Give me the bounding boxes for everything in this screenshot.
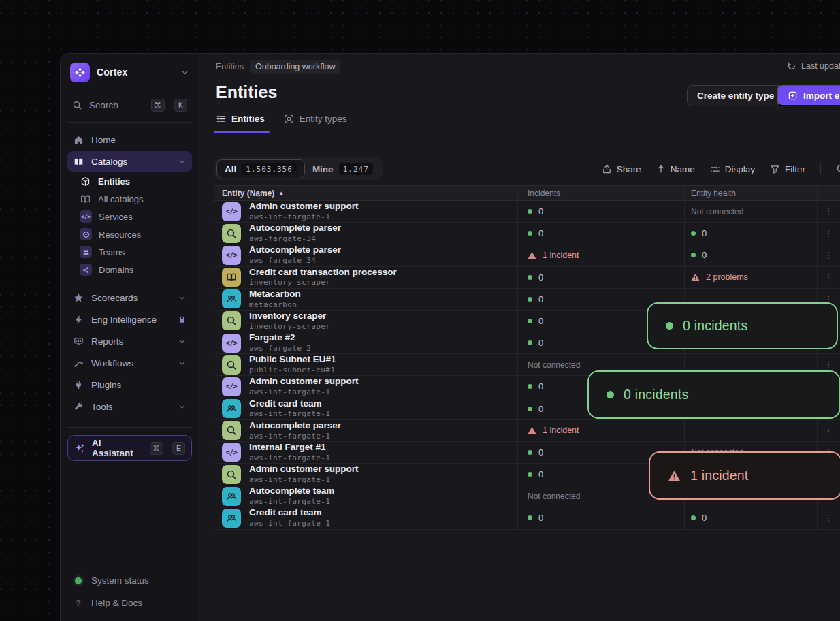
sidebar-item-system-status[interactable]: System status: [67, 569, 192, 592]
sidebar-item-reports[interactable]: Reports: [67, 331, 192, 351]
breadcrumb-onboarding-workflow[interactable]: Onboarding workflow: [250, 60, 340, 74]
column-header-entity-health[interactable]: Entity health: [684, 186, 817, 200]
row-actions-button[interactable]: ⋮: [824, 229, 834, 238]
entity-health-cell: Not connected: [684, 201, 817, 222]
entity-name: Admin customer support: [249, 201, 359, 212]
sidebar-item-all-catalogs[interactable]: All catalogs: [67, 190, 192, 208]
entity-name: Admin customer support: [249, 376, 359, 387]
status-text: 0: [538, 381, 543, 392]
filter-button[interactable]: Filter: [770, 164, 805, 174]
share-label: Share: [617, 164, 641, 174]
sort-name-button[interactable]: Name: [656, 164, 695, 174]
column-header-entity-name[interactable]: Entity (Name) ▲: [214, 189, 517, 198]
home-icon: [73, 135, 84, 145]
row-actions-cell: ⋮: [817, 507, 840, 528]
incident-callout: 0 incidents: [647, 302, 838, 349]
entity-name-cell: Credit card teamaws-int-fargate-1: [214, 507, 517, 528]
status-dot-icon: [75, 577, 82, 584]
table-row[interactable]: Credit card transaction processorinvento…: [214, 267, 840, 289]
search-label: Search: [89, 100, 142, 110]
entity-slug: aws-fargate-34: [249, 234, 341, 244]
row-actions-button[interactable]: ⋮: [824, 513, 834, 522]
ai-assistant-button[interactable]: AI Assistant ⌘ E: [67, 435, 192, 461]
sidebar-item-entities[interactable]: Entities: [67, 172, 192, 190]
tab-entities[interactable]: Entities: [216, 114, 265, 133]
refresh-icon[interactable]: [787, 61, 796, 71]
row-actions-button[interactable]: ⋮: [824, 207, 834, 216]
table-row[interactable]: Autocomplete parseraws-int-fargate-11 in…: [214, 420, 840, 442]
entity-health-cell: 2 problems: [684, 267, 817, 288]
entity-name-cell: Admin customer supportaws-int-fargate-1: [214, 464, 517, 485]
share-button[interactable]: Share: [602, 164, 641, 174]
row-actions-button[interactable]: ⋮: [824, 426, 834, 435]
brand-row[interactable]: Cortex: [67, 62, 192, 82]
tab-entity-types[interactable]: Entity types: [284, 114, 347, 133]
all-count-badge: 1.503.356: [242, 163, 297, 175]
sidebar-item-tools[interactable]: Tools: [67, 396, 192, 417]
incidents-cell: 1 incident: [517, 244, 684, 266]
breadcrumb: Entities Onboarding workflow: [216, 60, 340, 74]
book-icon: [73, 157, 84, 167]
entity-name-cell: Credit card transaction processorinvento…: [214, 267, 517, 288]
sidebar-item-resources[interactable]: Resources: [67, 225, 192, 243]
incidents-status: 0: [528, 228, 543, 238]
table-search-icon[interactable]: [836, 163, 840, 174]
sidebar-search[interactable]: Search ⌘ K: [67, 93, 192, 116]
ok-dot-icon: [528, 209, 532, 214]
row-actions-button[interactable]: ⋮: [824, 273, 834, 282]
entity-name-stack: Public Subnet EU#1public-subnet-eu#1: [249, 354, 336, 375]
column-header-incidents[interactable]: Incidents: [517, 186, 684, 200]
table-row[interactable]: </>Admin customer supportaws-int-fargate…: [214, 201, 840, 223]
table-row[interactable]: </>Autocomplete parseraws-fargate-341 in…: [214, 244, 840, 266]
import-entities-button[interactable]: Import entities: [777, 85, 840, 106]
entity-name-cell: Autocomplete parseraws-int-fargate-1: [214, 420, 517, 441]
sidebar-item-home[interactable]: Home: [67, 129, 192, 150]
sidebar-item-catalogs[interactable]: Catalogs: [67, 151, 192, 172]
code-glyph: </>: [226, 449, 238, 456]
row-actions-button[interactable]: ⋮: [824, 360, 834, 369]
sidebar-item-eng-intelligence[interactable]: Eng Intelligence: [67, 309, 192, 330]
sidebar-item-plugins[interactable]: Plugins: [67, 375, 192, 395]
entity-name-stack: Autocomplete parseraws-fargate-34: [249, 223, 341, 244]
entity-type-icon: [284, 114, 294, 124]
scope-tab-all[interactable]: All 1.503.356: [216, 159, 305, 178]
sidebar-item-help-docs[interactable]: ? Help & Docs: [67, 592, 192, 614]
entity-name: Autocomplete parser: [249, 223, 341, 234]
status-text: Not connected: [528, 360, 580, 370]
question-icon: ?: [73, 598, 84, 608]
entity-name: Credit card team: [249, 507, 330, 519]
system-status-label: System status: [91, 575, 149, 586]
status-text: Not connected: [691, 207, 743, 217]
row-actions-cell: ⋮: [817, 223, 840, 244]
entity-health-cell: [684, 420, 817, 441]
row-actions-button[interactable]: ⋮: [824, 251, 834, 259]
chevron-down-icon: [178, 359, 187, 368]
sidebar-item-services[interactable]: </>Services: [67, 208, 192, 225]
ok-dot-icon: [528, 319, 532, 323]
sidebar-nav: HomeCatalogsEntitiesAll catalogs</>Servi…: [67, 128, 192, 417]
scope-tab-mine[interactable]: Mine 1.247: [305, 159, 381, 178]
status-text: 2 problems: [706, 272, 748, 282]
sidebar-item-domains[interactable]: Domains: [67, 261, 192, 278]
breadcrumb-entities[interactable]: Entities: [216, 62, 244, 71]
entity-name-stack: Internal Farget #1aws-int-fargate-1: [249, 442, 330, 463]
sidebar-item-workflows[interactable]: Workflows: [67, 353, 192, 373]
entity-name-stack: Credit card transaction processorinvento…: [249, 267, 397, 288]
incidents-status: 1 incident: [528, 426, 579, 435]
last-updated: Last updated: [787, 61, 840, 71]
table-row[interactable]: Autocomplete parseraws-fargate-3400⋮: [214, 223, 840, 244]
badge-graph-icon: [80, 264, 92, 276]
create-entity-type-button[interactable]: Create entity type: [687, 85, 784, 106]
display-button[interactable]: Display: [710, 164, 755, 174]
status-text: 0: [538, 404, 543, 414]
table-row[interactable]: Credit card teamaws-int-fargate-100⋮: [214, 507, 840, 529]
entity-name: Fargate #2: [249, 332, 311, 344]
sidebar-item-scorecards[interactable]: Scorecards: [67, 287, 192, 308]
sort-asc-icon: ▲: [278, 190, 284, 196]
health-status: Not connected: [691, 207, 743, 217]
filter-label: Filter: [785, 164, 805, 174]
incidents-status: Not connected: [528, 360, 580, 370]
sidebar-item-label: All catalogs: [98, 194, 143, 204]
sidebar-item-teams[interactable]: Teams: [67, 243, 192, 261]
entity-type-code-icon: </>: [222, 443, 241, 462]
